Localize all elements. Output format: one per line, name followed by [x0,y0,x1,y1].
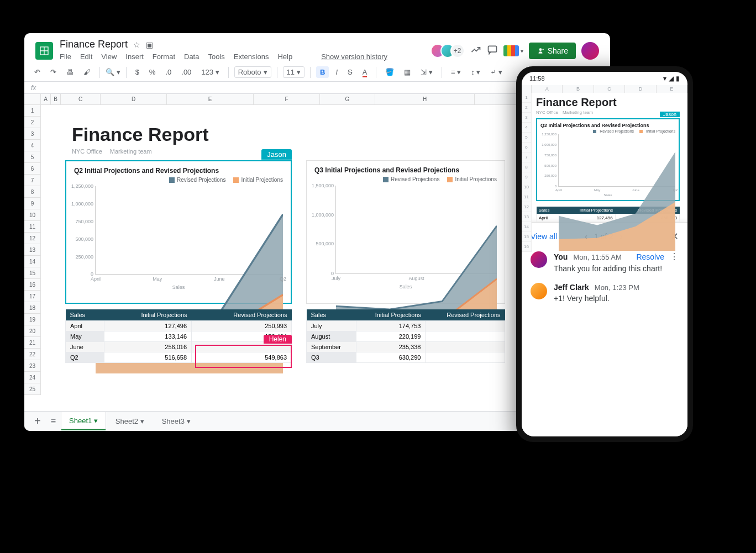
comment-more-icon[interactable]: ⋮ [670,251,679,262]
signal-icon: ◢ [669,75,674,82]
comment-item: You Mon, 11:55 AM Resolve ⋮ Thank you fo… [531,251,679,273]
menu-extensions[interactable]: Extensions [234,52,269,61]
comment-history-icon[interactable] [487,44,498,58]
star-icon[interactable]: ☆ [133,40,140,49]
chart-plot: 1,250,000 1,000,000 750,000 500,000 250,… [95,186,283,275]
mobile-device: 11:58 ▾ ◢ ▮ A B C D E 123456789101112131… [516,66,693,442]
avatar-more[interactable]: +2 [450,44,465,58]
mobile-column-headers: A B C D E [522,85,687,93]
mobile-time: 11:58 [529,75,545,82]
sheet-heading: Finance Report [72,124,208,145]
menu-format[interactable]: Format [153,52,175,61]
mobile-sheet-body[interactable]: 12345678910111213141516 Finance Report N… [522,93,687,222]
mobile-screen: 11:58 ▾ ◢ ▮ A B C D E 123456789101112131… [522,72,687,436]
comment-text: Thank you for adding this chart! [554,264,679,273]
increase-decimal-icon[interactable]: .00 [178,66,195,78]
menubar: File Edit View Insert Format Data Tools … [60,50,387,63]
comment-avatar [531,251,547,268]
table-q2[interactable]: SalesInitial ProjectionsRevised Projecti… [65,309,292,363]
meet-icon[interactable]: ▾ [503,45,523,56]
valign-icon[interactable]: ↕ ▾ [468,66,484,78]
row-headers: 1234567891011121314151617181920212223242… [24,105,41,395]
mobile-comment-panel: View all ‹ 1 of 2 › ✕ You Mon, 11:55 AM [522,222,687,436]
italic-icon[interactable]: I [332,66,341,78]
font-size-dropdown[interactable]: 11 ▾ [283,66,305,78]
menu-file[interactable]: File [60,52,71,61]
menu-view[interactable]: View [101,52,117,61]
table-q3[interactable]: SalesInitial ProjectionsRevised Projecti… [306,309,505,363]
chart-title: Q3 Initial Projections and Revised Proje… [307,161,505,176]
menu-data[interactable]: Data [184,52,199,61]
comment-author: You [554,252,568,261]
percent-icon[interactable]: % [146,66,159,78]
chart-title: Q2 Initial Projections and Revised Proje… [66,161,291,177]
presence-tag-jason: Jason [261,149,292,160]
undo-icon[interactable]: ↶ [31,66,44,78]
activity-icon[interactable] [470,44,481,58]
view-all-link[interactable]: View all [531,232,557,241]
zoom-dropdown[interactable]: 🔍 ▾ [106,68,120,76]
collaborator-avatars[interactable]: +2 [435,44,465,58]
comment-item: Jeff Clark Mon, 1:23 PM +1! Very helpful… [531,283,679,303]
move-to-folder-icon[interactable]: ▣ [146,40,153,49]
comment-time: Mon, 11:55 AM [573,253,621,261]
battery-icon: ▮ [676,75,680,82]
merge-cells-icon[interactable]: ⇲ ▾ [417,66,436,78]
document-title[interactable]: Finance Report [60,39,128,50]
chart-legend: Revised Projections Initial Projections [66,177,291,183]
text-color-icon[interactable]: A [359,66,371,78]
sheet-tab-3[interactable]: Sheet3 ▾ [154,413,198,430]
comment-time: Mon, 1:23 PM [595,283,639,292]
comment-author: Jeff Clark [554,283,589,292]
share-label: Share [548,46,568,55]
menu-tools[interactable]: Tools [208,52,224,61]
add-sheet-icon[interactable]: + [30,415,45,428]
decrease-decimal-icon[interactable]: .0 [162,66,175,78]
borders-icon[interactable]: ▦ [401,66,414,78]
chart-plot: 1,500,000 1,000,000 500,000 0 July Augus… [335,186,497,274]
chart-q3[interactable]: Q3 Initial Projections and Revised Proje… [306,160,505,304]
sheet-breadcrumb: NYC Office Marketing team [72,148,152,155]
resolve-link[interactable]: Resolve [636,252,664,261]
collab-area: +2 ▾ Share [435,42,599,60]
sheet-tab-1[interactable]: Sheet1 ▾ [61,412,106,430]
currency-icon[interactable]: $ [132,66,143,78]
chart-legend: Revised Projections Initial Projections [307,176,505,182]
mobile-chart[interactable]: Jason Q2 Initial Projections and Revised… [536,118,680,201]
sheets-app-icon[interactable] [35,42,53,60]
fill-color-icon[interactable]: 🪣 [382,66,397,78]
prev-comment-icon[interactable]: ‹ [585,232,587,241]
align-icon[interactable]: ≡ ▾ [448,66,464,78]
mobile-breadcrumb: NYC OfficeMarketing team [536,110,680,115]
mobile-heading: Finance Report [536,96,680,109]
profile-avatar[interactable] [581,42,599,60]
all-sheets-icon[interactable]: ≡ [48,417,59,426]
comment-avatar [531,283,547,299]
more-formats-icon[interactable]: 123 ▾ [198,66,222,78]
share-button[interactable]: Share [529,43,576,59]
chart-q2[interactable]: Jason Q2 Initial Projections and Revised… [65,160,292,304]
titlebar: Finance Report ☆ ▣ File Edit View Insert… [24,33,610,63]
redo-icon[interactable]: ↷ [47,66,60,78]
sheet-tab-2[interactable]: Sheet2 ▾ [108,413,152,430]
bold-icon[interactable]: B [316,66,329,78]
menu-insert[interactable]: Insert [125,52,144,61]
print-icon[interactable]: 🖶 [63,66,77,78]
menu-help[interactable]: Help [277,52,292,61]
font-dropdown[interactable]: Roboto ▾ [234,66,271,78]
wrap-icon[interactable]: ⤶ ▾ [487,66,506,78]
version-history-link[interactable]: Show version history [321,52,387,61]
svg-rect-3 [488,46,496,52]
mobile-presence-tag: Jason [660,112,680,117]
strikethrough-icon[interactable]: S [344,66,356,78]
paint-format-icon[interactable]: 🖌 [80,66,94,78]
mobile-statusbar: 11:58 ▾ ◢ ▮ [522,72,687,85]
menu-edit[interactable]: Edit [80,52,92,61]
wifi-icon: ▾ [663,75,666,82]
comment-text: +1! Very helpful. [554,294,679,303]
